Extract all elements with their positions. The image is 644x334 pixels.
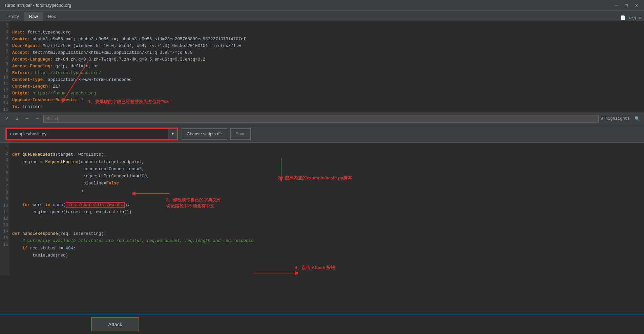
choose-scripts-dir-button[interactable]: Choose scripts dir — [182, 128, 227, 140]
right-toolbar: 📄 ↵\n ⚙ — [620, 15, 641, 21]
highlight-count: 0 highlights — [601, 116, 630, 121]
request-code-area: 2 3 4 5 6 7 8 9 10 11 12 13 14 15 Host: … — [0, 21, 644, 112]
tab-raw[interactable]: Raw — [24, 12, 43, 21]
newline-label: ↵\n — [628, 16, 636, 21]
search-bar: ? ⚙ ← → 0 highlights 🔍 — [0, 112, 644, 125]
close-btn[interactable]: ✕ — [633, 2, 640, 9]
attack-area: Attack — [0, 317, 230, 331]
help-icon-btn[interactable]: ? — [3, 115, 11, 123]
settings-icon-btn[interactable]: ⚙ — [13, 115, 21, 123]
script-code-area: 1 2 3 4 5 6 7 8 9 10 11 12 13 14 15 16 d… — [0, 143, 644, 275]
title-bar-left: Turbo Intruder - forum.typecho.org — [4, 3, 71, 8]
attack-button[interactable]: Attack — [91, 317, 139, 331]
document-icon[interactable]: 📄 — [620, 15, 626, 21]
title-bar-controls[interactable]: — ❐ ✕ — [613, 2, 640, 9]
script-bar: examples/basic.py examples/multipleParam… — [0, 125, 644, 143]
attack-bar: Attack — [0, 314, 644, 334]
main-container: 2 3 4 5 6 7 8 9 10 11 12 13 14 15 Host: … — [0, 21, 644, 334]
script-code-content: def queueRequests(target, wordlists): en… — [9, 143, 644, 275]
script-selector[interactable]: examples/basic.py examples/multipleParam… — [6, 128, 169, 140]
script-panel[interactable]: 1 2 3 4 5 6 7 8 9 10 11 12 13 14 15 16 d… — [0, 143, 644, 314]
save-button[interactable]: Save — [230, 128, 251, 140]
settings-icon-top[interactable]: ⚙ — [639, 15, 641, 21]
back-icon-btn[interactable]: ← — [23, 115, 31, 123]
search-input[interactable] — [43, 115, 599, 123]
app-title: Turbo Intruder - forum.typecho.org — [4, 3, 71, 8]
dropdown-arrow-icon[interactable]: ▼ — [168, 128, 178, 140]
minimize-btn[interactable]: — — [613, 2, 620, 8]
tab-hex[interactable]: Hex — [43, 12, 61, 21]
tab-pretty[interactable]: Pretty — [3, 12, 24, 21]
forward-icon-btn[interactable]: → — [33, 115, 41, 123]
title-bar: Turbo Intruder - forum.typecho.org — ❐ ✕ — [0, 0, 644, 11]
line-numbers-script: 1 2 3 4 5 6 7 8 9 10 11 12 13 14 15 16 — [0, 143, 9, 275]
line-numbers-request: 2 3 4 5 6 7 8 9 10 11 12 13 14 15 — [0, 21, 9, 112]
tab-bar: Pretty Raw Hex 📄 ↵\n ⚙ — [0, 11, 644, 21]
search-icon-btn[interactable]: 🔍 — [633, 115, 641, 123]
maximize-btn[interactable]: ❐ — [623, 2, 630, 9]
request-code-content: Host: forum.typecho.org Cookie: phpbb3_e… — [9, 21, 644, 112]
script-dropdown-wrapper[interactable]: examples/basic.py examples/multipleParam… — [5, 128, 178, 140]
request-panel[interactable]: 2 3 4 5 6 7 8 9 10 11 12 13 14 15 Host: … — [0, 21, 644, 112]
